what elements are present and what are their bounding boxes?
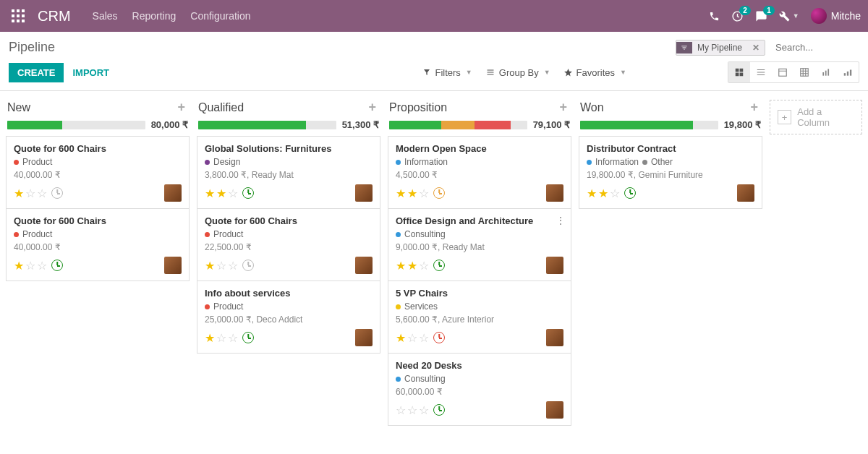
priority-stars[interactable]: ★★☆: [205, 187, 254, 200]
kanban-card[interactable]: Distributor ContractInformationOther19,8…: [579, 136, 762, 209]
nav-link-sales[interactable]: Sales: [93, 10, 118, 22]
column-add-icon[interactable]: +: [750, 100, 758, 115]
star-icon[interactable]: ☆: [419, 403, 429, 417]
assignee-avatar[interactable]: [164, 257, 182, 274]
star-icon[interactable]: ☆: [37, 259, 47, 273]
import-button[interactable]: IMPORT: [64, 63, 118, 82]
star-icon[interactable]: ☆: [228, 187, 238, 200]
star-icon[interactable]: ★: [598, 187, 608, 200]
card-menu-icon[interactable]: ⋮: [556, 215, 565, 226]
activity-clock-icon[interactable]: [242, 187, 254, 199]
user-menu[interactable]: Mitche: [811, 8, 861, 24]
star-icon[interactable]: ☆: [610, 187, 620, 200]
view-graph[interactable]: [815, 62, 837, 82]
star-icon[interactable]: ★: [205, 331, 215, 345]
assignee-avatar[interactable]: [164, 184, 182, 202]
priority-stars[interactable]: ★★☆: [396, 259, 445, 273]
favorites-dropdown[interactable]: Favorites▼: [563, 67, 626, 78]
priority-stars[interactable]: ★☆☆: [205, 331, 254, 345]
activity-clock-icon[interactable]: [433, 332, 445, 343]
view-kanban[interactable]: [728, 62, 750, 82]
kanban-card[interactable]: ⋮Office Design and ArchitectureConsultin…: [388, 208, 571, 280]
star-icon[interactable]: ☆: [396, 403, 406, 417]
column-add-icon[interactable]: +: [368, 100, 376, 115]
assignee-avatar[interactable]: [546, 184, 563, 202]
apps-icon[interactable]: [12, 9, 25, 22]
progress-bar[interactable]: [389, 121, 527, 129]
view-list[interactable]: [750, 62, 772, 82]
star-icon[interactable]: ★: [407, 259, 417, 273]
kanban-card[interactable]: Need 20 DesksConsulting60,000.00 ₹☆☆☆: [388, 353, 571, 426]
assignee-avatar[interactable]: [737, 184, 754, 202]
activity-clock-icon[interactable]: [433, 187, 445, 199]
view-activity[interactable]: [837, 62, 859, 82]
progress-bar[interactable]: [580, 121, 718, 129]
add-column-button[interactable]: +Add a Column: [770, 100, 862, 134]
priority-stars[interactable]: ★☆☆: [396, 331, 445, 345]
star-icon[interactable]: ★: [407, 187, 417, 200]
star-icon[interactable]: ★: [205, 187, 215, 200]
activity-clock-icon[interactable]: [51, 187, 63, 199]
column-add-icon[interactable]: +: [177, 100, 185, 115]
app-brand[interactable]: CRM: [38, 8, 71, 25]
progress-bar[interactable]: [7, 121, 145, 129]
star-icon[interactable]: ☆: [228, 331, 238, 345]
star-icon[interactable]: ☆: [407, 403, 417, 417]
star-icon[interactable]: ★: [396, 331, 406, 345]
settings-icon[interactable]: ▼: [779, 11, 799, 22]
view-pivot[interactable]: [793, 62, 815, 82]
star-icon[interactable]: ☆: [407, 331, 417, 345]
priority-stars[interactable]: ★☆☆: [205, 259, 254, 273]
priority-stars[interactable]: ★★☆: [587, 187, 636, 200]
activity-icon[interactable]: 2: [731, 10, 744, 22]
nav-link-reporting[interactable]: Reporting: [132, 10, 176, 22]
priority-stars[interactable]: ★☆☆: [14, 259, 63, 273]
view-calendar[interactable]: [772, 62, 793, 82]
activity-clock-icon[interactable]: [242, 332, 254, 343]
kanban-card[interactable]: Quote for 600 ChairsProduct40,000.00 ₹★☆…: [6, 136, 190, 208]
messages-icon[interactable]: 1: [755, 10, 767, 22]
column-add-icon[interactable]: +: [559, 100, 567, 115]
star-icon[interactable]: ★: [216, 187, 226, 200]
star-icon[interactable]: ☆: [228, 259, 238, 273]
star-icon[interactable]: ☆: [25, 259, 35, 273]
kanban-card[interactable]: Modern Open SpaceInformation4,500.00 ₹★★…: [388, 136, 571, 208]
priority-stars[interactable]: ★★☆: [396, 187, 445, 200]
star-icon[interactable]: ☆: [419, 187, 429, 200]
nav-link-configuration[interactable]: Configuration: [190, 10, 250, 22]
star-icon[interactable]: ★: [396, 259, 406, 273]
assignee-avatar[interactable]: [546, 257, 563, 274]
star-icon[interactable]: ★: [14, 187, 24, 200]
kanban-card[interactable]: Global Solutions: FurnituresDesign3,800.…: [197, 136, 380, 208]
assignee-avatar[interactable]: [355, 329, 373, 346]
activity-clock-icon[interactable]: [624, 187, 636, 199]
kanban-card[interactable]: 5 VP ChairsServices5,600.00 ₹, Azure Int…: [388, 280, 571, 353]
assignee-avatar[interactable]: [355, 184, 373, 202]
star-icon[interactable]: ☆: [216, 259, 226, 273]
priority-stars[interactable]: ★☆☆: [14, 187, 63, 200]
priority-stars[interactable]: ☆☆☆: [396, 403, 445, 417]
star-icon[interactable]: ★: [14, 259, 24, 273]
assignee-avatar[interactable]: [355, 257, 373, 274]
activity-clock-icon[interactable]: [433, 404, 445, 416]
star-icon[interactable]: ★: [587, 187, 597, 200]
star-icon[interactable]: ☆: [25, 187, 35, 200]
groupby-dropdown[interactable]: Group By▼: [485, 67, 550, 78]
filter-tag-close[interactable]: ✕: [747, 40, 765, 55]
star-icon[interactable]: ☆: [37, 187, 47, 200]
activity-clock-icon[interactable]: [433, 260, 445, 271]
activity-clock-icon[interactable]: [242, 260, 254, 271]
kanban-card[interactable]: Info about servicesProduct25,000.00 ₹, D…: [197, 280, 380, 354]
kanban-card[interactable]: Quote for 600 ChairsProduct22,500.00 ₹★☆…: [197, 208, 380, 280]
search-input[interactable]: [773, 39, 859, 56]
star-icon[interactable]: ☆: [419, 331, 429, 345]
star-icon[interactable]: ☆: [216, 331, 226, 345]
kanban-card[interactable]: Quote for 600 ChairsProduct40,000.00 ₹★☆…: [6, 208, 190, 281]
star-icon[interactable]: ☆: [419, 259, 429, 273]
star-icon[interactable]: ★: [396, 187, 406, 200]
phone-icon[interactable]: [709, 11, 720, 22]
progress-bar[interactable]: [198, 121, 336, 129]
assignee-avatar[interactable]: [546, 329, 563, 346]
activity-clock-icon[interactable]: [51, 260, 63, 271]
filters-dropdown[interactable]: Filters▼: [422, 67, 472, 78]
